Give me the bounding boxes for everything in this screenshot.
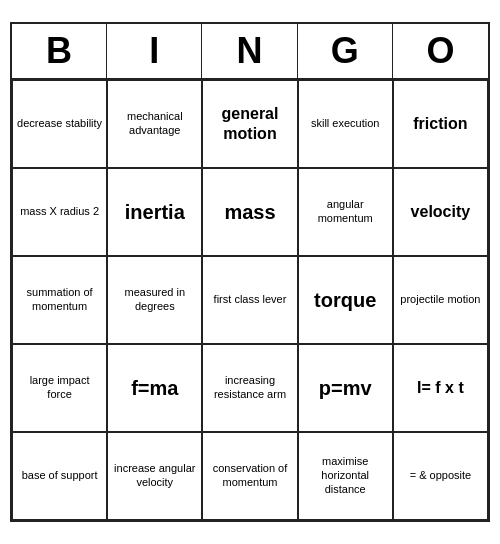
cell-text-20: base of support (22, 469, 98, 483)
bingo-cell-4: friction (393, 80, 488, 168)
bingo-cell-6: inertia (107, 168, 202, 256)
bingo-cell-10: summation of momentum (12, 256, 107, 344)
cell-text-18: p=mv (319, 376, 372, 401)
bingo-cell-8: angular momentum (298, 168, 393, 256)
bingo-cell-18: p=mv (298, 344, 393, 432)
header-letter-i: I (107, 24, 202, 78)
cell-text-12: first class lever (214, 293, 287, 307)
cell-text-3: skill execution (311, 117, 379, 131)
bingo-cell-14: projectile motion (393, 256, 488, 344)
bingo-cell-9: velocity (393, 168, 488, 256)
header-letter-n: N (202, 24, 297, 78)
bingo-cell-21: increase angular velocity (107, 432, 202, 520)
bingo-cell-5: mass X radius 2 (12, 168, 107, 256)
bingo-cell-0: decrease stability (12, 80, 107, 168)
bingo-cell-20: base of support (12, 432, 107, 520)
cell-text-4: friction (413, 114, 467, 134)
cell-text-10: summation of momentum (17, 286, 102, 314)
cell-text-24: = & opposite (410, 469, 471, 483)
cell-text-9: velocity (411, 202, 471, 222)
bingo-cell-19: I= f x t (393, 344, 488, 432)
cell-text-7: mass (224, 200, 275, 225)
cell-text-16: f=ma (131, 376, 178, 401)
cell-text-23: maximise horizontal distance (303, 455, 388, 496)
bingo-cell-12: first class lever (202, 256, 297, 344)
cell-text-13: torque (314, 288, 376, 313)
cell-text-15: large impact force (17, 374, 102, 402)
header-letter-g: G (298, 24, 393, 78)
bingo-cell-1: mechanical advantage (107, 80, 202, 168)
cell-text-21: increase angular velocity (112, 462, 197, 490)
cell-text-17: increasing resistance arm (207, 374, 292, 402)
bingo-cell-3: skill execution (298, 80, 393, 168)
cell-text-2: general motion (207, 104, 292, 144)
cell-text-0: decrease stability (17, 117, 102, 131)
cell-text-22: conservation of momentum (207, 462, 292, 490)
bingo-header: BINGO (12, 24, 488, 80)
bingo-cell-24: = & opposite (393, 432, 488, 520)
bingo-cell-22: conservation of momentum (202, 432, 297, 520)
header-letter-b: B (12, 24, 107, 78)
bingo-cell-2: general motion (202, 80, 297, 168)
cell-text-19: I= f x t (417, 378, 464, 398)
cell-text-1: mechanical advantage (112, 110, 197, 138)
bingo-grid: decrease stabilitymechanical advantagege… (12, 80, 488, 520)
header-letter-o: O (393, 24, 488, 78)
cell-text-11: measured in degrees (112, 286, 197, 314)
cell-text-8: angular momentum (303, 198, 388, 226)
bingo-card: BINGO decrease stabilitymechanical advan… (10, 22, 490, 522)
cell-text-6: inertia (125, 200, 185, 225)
bingo-cell-13: torque (298, 256, 393, 344)
bingo-cell-23: maximise horizontal distance (298, 432, 393, 520)
bingo-cell-7: mass (202, 168, 297, 256)
bingo-cell-11: measured in degrees (107, 256, 202, 344)
cell-text-5: mass X radius 2 (20, 205, 99, 219)
bingo-cell-16: f=ma (107, 344, 202, 432)
cell-text-14: projectile motion (400, 293, 480, 307)
bingo-cell-17: increasing resistance arm (202, 344, 297, 432)
bingo-cell-15: large impact force (12, 344, 107, 432)
